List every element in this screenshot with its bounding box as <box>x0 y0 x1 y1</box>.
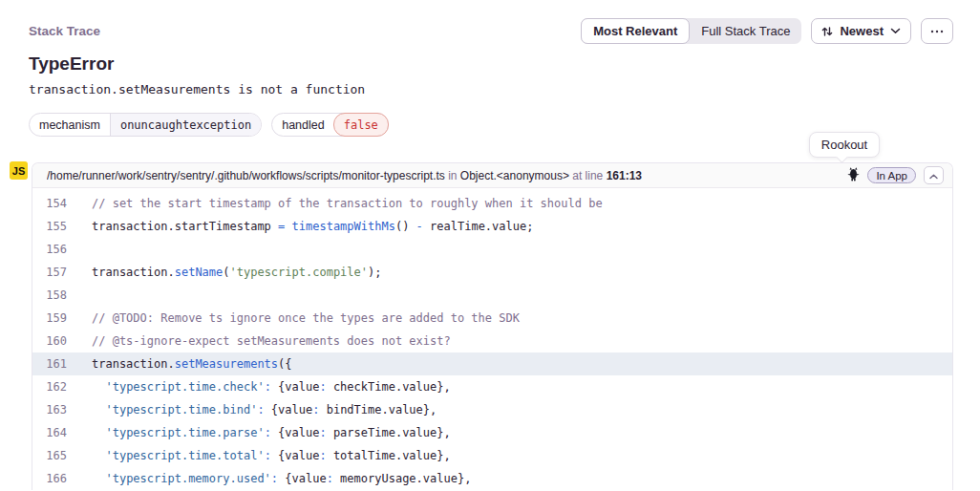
code-text: // set the start timestamp of the transa… <box>67 192 603 215</box>
view-toggle-most-relevant[interactable]: Most Relevant <box>581 18 690 44</box>
sort-arrows-icon <box>821 26 833 37</box>
line-number: 158 <box>32 284 67 307</box>
stack-frame: /home/runner/work/sentry/sentry/.github/… <box>32 162 953 490</box>
code-text: // @ts-ignore-expect setMeasurements doe… <box>67 330 451 352</box>
line-number: 161 <box>32 352 67 375</box>
section-title: Stack Trace <box>29 24 100 38</box>
code-text <box>67 238 92 261</box>
tag-key: mechanism <box>30 114 110 136</box>
code-text: 'typescript.memory.used': {value: memory… <box>67 467 471 490</box>
platform-js-badge: JS <box>10 161 28 180</box>
frame-header[interactable]: /home/runner/work/sentry/sentry/.github/… <box>32 163 952 188</box>
code-line: 165 'typescript.time.total': {value: tot… <box>32 444 952 467</box>
more-options-button[interactable] <box>921 18 953 44</box>
toolbar: Most RelevantFull Stack Trace Newest <box>581 18 953 44</box>
code-line: 157transaction.setName('typescript.compi… <box>32 261 952 284</box>
sort-label: Newest <box>840 24 884 38</box>
code-line: 163 'typescript.time.bind': {value: bind… <box>32 398 952 421</box>
code-line: 156 <box>32 238 952 261</box>
tag-value: false <box>333 113 389 137</box>
line-number: 154 <box>32 192 67 215</box>
line-number: 165 <box>32 444 67 467</box>
in-app-badge: In App <box>867 167 916 183</box>
code-text: 'typescript.time.total': {value: totalTi… <box>67 444 451 467</box>
frame-header-right: In App <box>847 166 944 184</box>
line-number: 155 <box>32 215 67 238</box>
code-text: transaction.setMeasurements({ <box>67 352 292 375</box>
line-number: 160 <box>32 330 67 352</box>
frame-line-ref: 161:13 <box>607 169 642 182</box>
code-line: 166 'typescript.memory.used': {value: me… <box>32 467 952 490</box>
line-number: 156 <box>32 238 67 261</box>
code-line: 159// @TODO: Remove ts ignore once the t… <box>32 307 952 330</box>
code-text: 'typescript.time.bind': {value: bindTime… <box>67 398 437 421</box>
line-number: 162 <box>32 375 67 398</box>
code-text: transaction.startTimestamp = timestampWi… <box>67 215 533 238</box>
code-line: 164 'typescript.time.parse': {value: par… <box>32 421 952 444</box>
chevron-up-icon <box>929 168 938 182</box>
frame-file-path: /home/runner/work/sentry/sentry/.github/… <box>47 169 445 182</box>
view-toggle: Most RelevantFull Stack Trace <box>581 18 801 44</box>
chevron-down-icon <box>890 28 901 34</box>
line-number: 163 <box>32 398 67 421</box>
line-number: 164 <box>32 421 67 444</box>
rookout-tooltip-label: Rookout <box>821 138 867 152</box>
code-line: 162 'typescript.time.check': {value: che… <box>32 375 952 398</box>
frame-function: Object.<anonymous> <box>460 169 569 182</box>
tag-value: onuncaughtexception <box>110 114 261 136</box>
frame-title: /home/runner/work/sentry/sentry/.github/… <box>47 169 642 182</box>
code-line: 158 <box>32 284 952 307</box>
tags-row: mechanismonuncaughtexceptionhandledfalse <box>29 113 389 137</box>
error-type-title: TypeError <box>29 53 114 75</box>
code-text: // @TODO: Remove ts ignore once the type… <box>67 307 520 330</box>
code-text: 'typescript.time.check': {value: checkTi… <box>67 375 451 398</box>
line-number: 157 <box>32 261 67 284</box>
code-text <box>67 284 92 307</box>
tag-key: handled <box>272 114 334 136</box>
sort-button[interactable]: Newest <box>811 18 911 44</box>
code-line: 155transaction.startTimestamp = timestam… <box>32 215 952 238</box>
code-line: 154// set the start timestamp of the tra… <box>32 192 952 215</box>
tag-mechanism[interactable]: mechanismonuncaughtexception <box>29 113 262 137</box>
rookout-icon[interactable] <box>847 167 860 184</box>
tooltip-arrow <box>836 151 848 163</box>
collapse-frame-button[interactable] <box>924 166 944 184</box>
line-number: 159 <box>32 307 67 330</box>
tag-handled[interactable]: handledfalse <box>271 113 389 137</box>
rookout-tooltip: Rookout <box>809 132 880 158</box>
code-text: 'typescript.time.parse': {value: parseTi… <box>67 421 451 444</box>
code-line: 160// @ts-ignore-expect setMeasurements … <box>32 330 952 352</box>
code-line-active: 161transaction.setMeasurements({ <box>32 352 952 375</box>
error-message: transaction.setMeasurements is not a fun… <box>29 82 365 96</box>
view-toggle-full-stack-trace[interactable]: Full Stack Trace <box>690 18 801 44</box>
code-text: transaction.setName('typescript.compile'… <box>67 261 381 284</box>
ellipsis-icon <box>930 30 944 33</box>
code-block: 154// set the start timestamp of the tra… <box>32 188 952 490</box>
line-number: 166 <box>32 467 67 490</box>
